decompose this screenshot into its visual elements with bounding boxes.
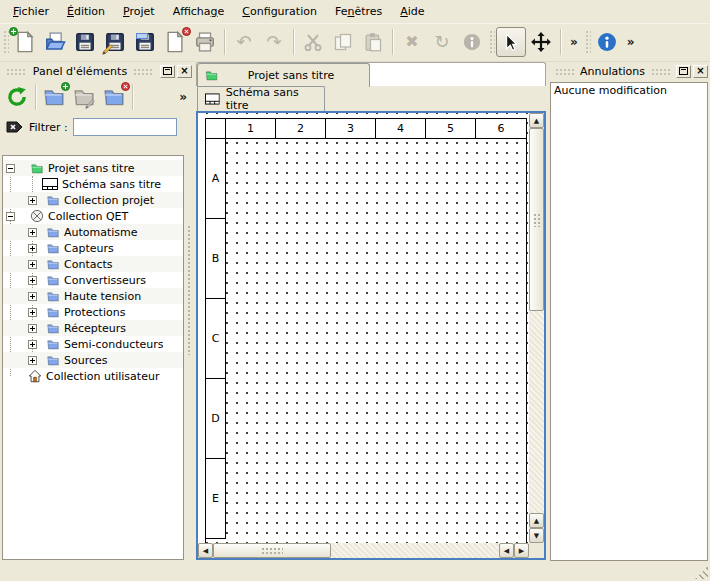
tree-item-schema-sans-titre[interactable]: Schéma sans titre: [3, 176, 183, 192]
float-panel-button[interactable]: [160, 65, 175, 78]
expand-icon[interactable]: [28, 276, 37, 285]
paste-button[interactable]: [358, 27, 388, 57]
column-header: 1: [226, 119, 276, 138]
row-header-column: A B C D E: [206, 139, 226, 539]
undo-button[interactable]: ↶: [229, 27, 259, 57]
vertical-scrollbar-track[interactable]: [529, 311, 544, 513]
move-tool-button[interactable]: [526, 27, 556, 57]
menu-edition[interactable]: Édition: [58, 1, 114, 22]
new-document-button[interactable]: [10, 27, 40, 57]
close-file-button[interactable]: [160, 27, 190, 57]
cut-button[interactable]: [298, 27, 328, 57]
toolbar-handle[interactable]: [584, 29, 591, 55]
expand-icon[interactable]: [28, 228, 37, 237]
vertical-scrollbar[interactable]: ▲ ▲ ▼: [529, 113, 544, 543]
expand-icon[interactable]: [28, 356, 37, 365]
undo-history-list[interactable]: Aucune modification: [550, 82, 708, 561]
undo-list-item[interactable]: Aucune modification: [554, 84, 704, 97]
expand-icon[interactable]: [28, 308, 37, 317]
vertical-scrollbar-thumb[interactable]: [529, 128, 544, 311]
toolbar-handle[interactable]: [488, 29, 495, 55]
edit-category-button[interactable]: [69, 82, 99, 112]
delete-category-button[interactable]: [99, 82, 129, 112]
new-category-button[interactable]: [39, 82, 69, 112]
menu-projet[interactable]: Projet: [114, 1, 164, 22]
menu-fichier[interactable]: Fichier: [4, 1, 58, 22]
column-header: 6: [476, 119, 526, 138]
scroll-left-button-2[interactable]: ◀: [499, 543, 514, 558]
tree-item-capteurs[interactable]: Capteurs: [3, 240, 183, 256]
row-header: E: [206, 459, 225, 539]
resize-grip[interactable]: [695, 566, 708, 579]
column-header: 4: [376, 119, 426, 138]
print-button[interactable]: [190, 27, 220, 57]
horizontal-scrollbar[interactable]: ◀ ◀ ▶: [198, 543, 529, 558]
tab-schema-sans-titre[interactable]: Schéma sans titre: [197, 86, 325, 111]
save-button[interactable]: [70, 27, 100, 57]
reload-collections-button[interactable]: [2, 82, 32, 112]
save-all-button[interactable]: [130, 27, 160, 57]
scroll-left-button[interactable]: ◀: [198, 543, 213, 558]
selection-tool-button[interactable]: [496, 27, 526, 57]
expand-icon[interactable]: [28, 292, 37, 301]
elements-panel: Panel d'éléments × » Filtrer :: [0, 62, 194, 562]
menu-configuration[interactable]: Configuration: [233, 1, 326, 22]
tree-item-contacts[interactable]: Contacts: [3, 256, 183, 272]
scroll-up-button-2[interactable]: ▲: [529, 513, 544, 528]
tree-item-convertisseurs[interactable]: Convertisseurs: [3, 272, 183, 288]
scroll-right-button[interactable]: ▶: [514, 543, 529, 558]
save-as-button[interactable]: [100, 27, 130, 57]
expand-icon[interactable]: [28, 196, 37, 205]
menu-fenetres[interactable]: Fenêtres: [326, 1, 391, 22]
panel-toolbar-overflow-button[interactable]: »: [174, 90, 192, 104]
tree-item-projet-sans-titre[interactable]: Projet sans titre: [3, 160, 183, 176]
expand-icon[interactable]: [28, 244, 37, 253]
splitter-handle[interactable]: [187, 225, 192, 355]
green-folder-icon: [204, 69, 219, 82]
column-header-row: 1 2 3 4 5 6: [206, 119, 526, 139]
tree-item-recepteurs[interactable]: Récepteurs: [3, 320, 183, 336]
tree-item-collection-projet[interactable]: Collection projet: [3, 192, 183, 208]
tree-item-sources[interactable]: Sources: [3, 352, 183, 368]
move-icon: [530, 31, 552, 53]
delete-button[interactable]: ✖: [397, 27, 427, 57]
expand-icon[interactable]: [28, 340, 37, 349]
tree-item-haute-tension[interactable]: Haute tension: [3, 288, 183, 304]
close-panel-button[interactable]: ×: [693, 65, 708, 78]
filter-input[interactable]: [73, 118, 177, 136]
scroll-up-button[interactable]: ▲: [529, 113, 544, 128]
schema-canvas[interactable]: 1 2 3 4 5 6 A B C D E: [198, 113, 529, 543]
scroll-down-button[interactable]: ▼: [529, 528, 544, 543]
clear-filter-button[interactable]: [6, 119, 24, 135]
toolbar-handle[interactable]: [2, 29, 9, 55]
menu-affichage[interactable]: Affichage: [164, 1, 234, 22]
close-panel-button[interactable]: ×: [177, 65, 192, 78]
expand-icon[interactable]: [28, 324, 37, 333]
horizontal-scrollbar-track[interactable]: [331, 543, 499, 558]
annulations-panel-titlebar[interactable]: Annulations ×: [549, 62, 710, 80]
element-info-button[interactable]: [457, 27, 487, 57]
close-icon: ×: [696, 66, 704, 76]
expand-icon[interactable]: [28, 260, 37, 269]
float-panel-button[interactable]: [676, 65, 691, 78]
tree-item-collection-utilisateur[interactable]: Collection utilisateur: [3, 368, 183, 384]
tree-item-collection-qet[interactable]: Collection QET: [3, 208, 183, 224]
arrow-up-icon: ▲: [534, 517, 539, 525]
tab-projet-sans-titre[interactable]: Projet sans titre: [197, 63, 370, 87]
collapse-icon[interactable]: [6, 212, 15, 221]
redo-button[interactable]: ↷: [259, 27, 289, 57]
about-button[interactable]: [592, 27, 622, 57]
tree-item-protections[interactable]: Protections: [3, 304, 183, 320]
toolbar-overflow-button[interactable]: »: [565, 35, 583, 49]
open-project-button[interactable]: [40, 27, 70, 57]
tree-item-automatisme[interactable]: Automatisme: [3, 224, 183, 240]
toolbar-overflow-button-2[interactable]: »: [622, 35, 640, 49]
collapse-icon[interactable]: [6, 164, 15, 173]
horizontal-scrollbar-thumb[interactable]: [213, 543, 331, 558]
pencil-icon: [84, 97, 97, 110]
copy-button[interactable]: [328, 27, 358, 57]
elements-panel-titlebar[interactable]: Panel d'éléments ×: [0, 62, 194, 80]
rotate-button[interactable]: ↻: [427, 27, 457, 57]
menu-aide[interactable]: Aide: [391, 1, 433, 22]
tree-item-semi-conducteurs[interactable]: Semi-conducteurs: [3, 336, 183, 352]
